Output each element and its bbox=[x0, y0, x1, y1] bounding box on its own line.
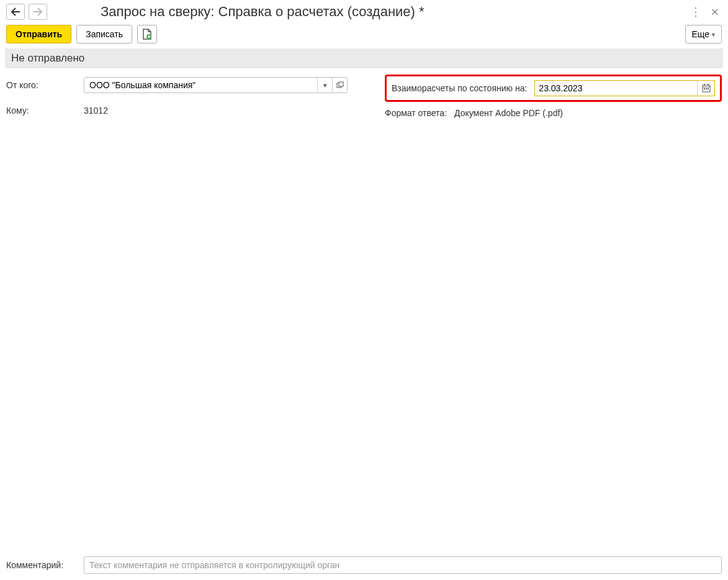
to-label: Кому: bbox=[6, 106, 84, 116]
svg-rect-7 bbox=[704, 88, 705, 89]
nav-back-button[interactable] bbox=[6, 4, 25, 20]
comment-input[interactable] bbox=[84, 556, 722, 574]
from-input[interactable] bbox=[84, 78, 317, 93]
from-dropdown-button[interactable]: ▾ bbox=[317, 78, 332, 93]
svg-rect-9 bbox=[708, 88, 709, 89]
document-add-icon bbox=[142, 29, 152, 40]
open-icon bbox=[336, 81, 344, 89]
attach-button[interactable] bbox=[137, 25, 157, 43]
to-value: 31012 bbox=[84, 106, 379, 116]
date-input[interactable] bbox=[535, 81, 697, 96]
date-picker-button[interactable] bbox=[697, 81, 714, 96]
format-value: Документ Adobe PDF (.pdf) bbox=[454, 108, 563, 118]
vertical-dots-icon: ⋮ bbox=[690, 5, 701, 19]
comment-label: Комментарий: bbox=[6, 560, 84, 570]
from-combo[interactable]: ▾ bbox=[84, 77, 348, 93]
more-menu-label: Еще bbox=[692, 29, 710, 39]
caret-down-icon: ▾ bbox=[323, 81, 327, 89]
format-label: Формат ответа: bbox=[385, 108, 451, 118]
arrow-left-icon bbox=[11, 7, 20, 16]
more-options-button[interactable]: ⋮ bbox=[688, 4, 703, 19]
calendar-icon bbox=[702, 84, 711, 93]
from-open-button[interactable] bbox=[332, 78, 347, 93]
nav-forward-button[interactable] bbox=[29, 4, 47, 20]
send-button[interactable]: Отправить bbox=[6, 25, 71, 43]
date-highlight: Взаиморасчеты по состоянию на: bbox=[385, 75, 722, 102]
close-button[interactable]: ✕ bbox=[707, 4, 722, 19]
date-field[interactable] bbox=[534, 80, 715, 96]
from-label: От кого: bbox=[6, 80, 84, 90]
save-button[interactable]: Записать bbox=[76, 25, 132, 43]
caret-down-icon: ▾ bbox=[712, 31, 715, 38]
svg-rect-8 bbox=[706, 88, 707, 89]
page-title: Запрос на сверку: Справка о расчетах (со… bbox=[101, 4, 425, 20]
close-icon: ✕ bbox=[711, 6, 719, 18]
svg-rect-2 bbox=[339, 82, 343, 86]
more-menu-button[interactable]: Еще ▾ bbox=[685, 25, 722, 43]
arrow-right-icon bbox=[33, 7, 43, 16]
settlements-label: Взаиморасчеты по состоянию на: bbox=[392, 83, 531, 93]
status-bar: Не отправлено bbox=[5, 48, 723, 68]
